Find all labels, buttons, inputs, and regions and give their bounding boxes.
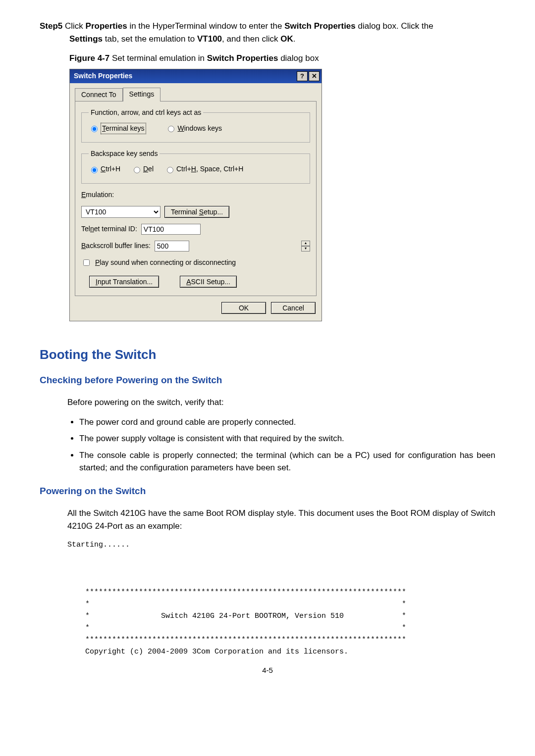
- radio-ctrl-h-space[interactable]: Ctrl+H, Space, Ctrl+H: [164, 164, 243, 174]
- dialog-titlebar: Switch Properties ? ✕: [70, 69, 321, 83]
- heading-booting: Booting the Switch: [40, 345, 495, 364]
- telnet-id-label: Telnet terminal ID:: [81, 224, 137, 234]
- radio-ctrl-h-space-input[interactable]: [167, 167, 173, 173]
- heading-checking: Checking before Powering on the Switch: [40, 373, 495, 388]
- radio-windows-keys[interactable]: Windows keys: [165, 123, 221, 134]
- list-item: The power cord and ground cable are prop…: [79, 416, 495, 429]
- radio-terminal-keys-input[interactable]: [91, 126, 98, 132]
- play-sound-checkbox[interactable]: [83, 259, 90, 266]
- list-item: The console cable is properly connected;…: [79, 449, 495, 474]
- page-number: 4-5: [40, 665, 495, 676]
- group-backspace: Backspace key sends Ctrl+H Del Ctrl+H, S…: [81, 149, 310, 184]
- settings-pane: Function, arrow, and ctrl keys act as Te…: [75, 101, 317, 296]
- figure-caption: Figure 4-7 Set terminal emulation in Swi…: [69, 52, 495, 65]
- group-function-keys: Function, arrow, and ctrl keys act as Te…: [81, 107, 310, 143]
- ascii-setup-button[interactable]: ASCII Setup...: [180, 276, 237, 288]
- backscroll-label: Backscroll buffer lines:: [81, 241, 151, 251]
- tab-settings[interactable]: Settings: [123, 88, 161, 101]
- check-list: The power cord and ground cable are prop…: [79, 416, 495, 474]
- backscroll-input[interactable]: [155, 241, 189, 252]
- group-function-keys-legend: Function, arrow, and ctrl keys act as: [89, 107, 203, 118]
- radio-ctrl-h-input[interactable]: [91, 167, 98, 173]
- radio-del[interactable]: Del: [131, 164, 154, 174]
- step5-label: Step5: [40, 21, 62, 31]
- play-sound-row[interactable]: Play sound when connecting or disconnect…: [81, 257, 310, 268]
- emulation-label: Emulation:: [81, 191, 114, 199]
- terminal-setup-button[interactable]: Terminal Setup...: [164, 206, 229, 218]
- dialog-title: Switch Properties: [74, 71, 296, 81]
- switch-properties-dialog: Switch Properties ? ✕ Connect To Setting…: [69, 69, 322, 321]
- input-translation-button[interactable]: Input Translation...: [89, 276, 159, 288]
- tab-row: Connect To Settings: [75, 87, 317, 101]
- backscroll-spinner[interactable]: ▴▾: [301, 241, 310, 252]
- para-before: Before powering on the switch, verify th…: [67, 396, 495, 409]
- cancel-button[interactable]: Cancel: [271, 302, 316, 314]
- emulation-select[interactable]: VT100: [81, 206, 160, 218]
- group-backspace-legend: Backspace key sends: [89, 149, 160, 159]
- play-sound-label: Play sound when connecting or disconnect…: [95, 257, 236, 268]
- para-allswitch: All the Switch 4210G have the same Boot …: [67, 507, 495, 532]
- spin-up-icon[interactable]: ▴: [301, 241, 310, 246]
- close-icon[interactable]: ✕: [309, 71, 320, 81]
- tab-connect-to[interactable]: Connect To: [75, 88, 123, 101]
- spin-down-icon[interactable]: ▾: [301, 246, 310, 252]
- radio-terminal-keys[interactable]: Terminal keys: [89, 123, 146, 134]
- ok-button[interactable]: OK: [221, 302, 266, 314]
- radio-windows-keys-input[interactable]: [168, 126, 174, 132]
- radio-del-input[interactable]: [134, 167, 140, 173]
- terminal-output: Starting...... *************************…: [67, 539, 495, 658]
- step5-paragraph: Step5 Click Properties in the HyperTermi…: [40, 20, 495, 45]
- radio-ctrl-h[interactable]: Ctrl+H: [89, 164, 120, 174]
- help-icon[interactable]: ?: [297, 71, 308, 81]
- telnet-id-input[interactable]: [141, 224, 201, 235]
- heading-powering: Powering on the Switch: [40, 484, 495, 499]
- list-item: The power supply voltage is consistent w…: [79, 432, 495, 445]
